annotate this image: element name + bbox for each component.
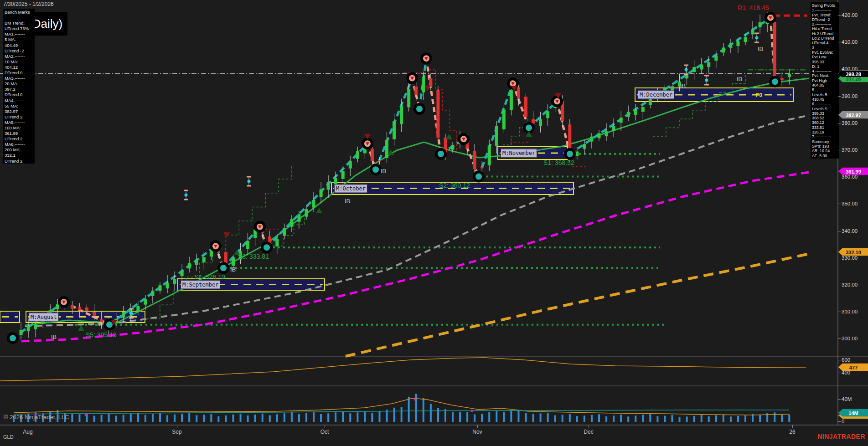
volume-bar	[335, 412, 336, 422]
candle-body	[283, 228, 286, 236]
pivot-low-circle	[770, 77, 780, 86]
volume-bar	[364, 411, 366, 422]
candle-body	[210, 251, 213, 256]
candle-body	[502, 109, 506, 129]
pivot-low-circle	[8, 333, 17, 343]
candle-body	[159, 285, 162, 291]
candle-body	[232, 257, 235, 266]
price-axis-label: 410.00	[842, 39, 858, 45]
cyan-dot-marker	[130, 312, 133, 315]
volume-bar	[649, 414, 651, 422]
bench-marks-line: DTrend 0	[5, 92, 35, 97]
pivot-low-circle	[436, 149, 445, 159]
month-box-label[interactable]: M:September	[181, 280, 220, 289]
volume-bar	[723, 415, 724, 422]
candle-body	[356, 151, 359, 159]
swing-pivots-line: Pvt High	[812, 78, 839, 83]
volume-bar	[437, 408, 439, 422]
pivot-low-circle	[415, 104, 424, 113]
volume-bar	[540, 413, 542, 422]
volume-bar	[693, 416, 695, 422]
swing-pivots-line: Pvt Low	[812, 55, 839, 59]
volume-bar	[291, 412, 293, 422]
price-tag[interactable]: 361.99	[838, 168, 868, 175]
candle-body	[422, 77, 425, 92]
volume-bar	[371, 413, 373, 422]
candle-body	[722, 47, 725, 52]
bench-marks-line: 404.49	[5, 43, 35, 48]
volume-bar	[701, 415, 703, 422]
volume-bar	[101, 415, 103, 422]
candle-body	[320, 190, 323, 197]
volume-bar	[474, 415, 475, 422]
time-axis-label: Dec	[584, 429, 593, 435]
price-axis-tick	[838, 123, 841, 123]
candle-body	[312, 200, 315, 208]
volume-bar	[108, 414, 110, 422]
bench-marks-line: UTrend 2	[5, 136, 35, 142]
volume-bar	[466, 412, 468, 422]
volume-bar	[320, 414, 322, 422]
volume-axis-tick	[838, 399, 841, 400]
candle-body	[700, 65, 703, 70]
swing-pivots-line: DTrend -2	[812, 17, 839, 22]
month-box-label[interactable]: M:August	[29, 313, 59, 321]
volume-bar	[188, 413, 190, 422]
volume-bar	[744, 415, 746, 422]
chart-canvas[interactable]: IBIBIBIBIBIBIBIBS1: 368.52S2: 360.12S3: …	[0, 0, 868, 446]
volume-bar	[576, 416, 578, 422]
price-tag[interactable]: 398.28	[838, 70, 868, 78]
swing-pivots-panel: Swing Pivots1.------------Pvt. Trend:DTr…	[811, 2, 839, 159]
price-tag[interactable]: 332.10	[838, 248, 868, 256]
candle-body	[136, 306, 140, 312]
candle-body	[385, 140, 388, 158]
candle-body	[751, 30, 754, 35]
support-level-label: S5: 305.19	[86, 331, 117, 338]
symbol-label: GLD	[3, 434, 14, 440]
time-axis-tick	[792, 425, 793, 428]
bench-marks-line: MA1.-------	[5, 31, 35, 37]
ninjatrader-chart-window: IBIBIBIBIBIBIBIBS1: 368.52S2: 360.12S3: …	[0, 0, 868, 446]
price-axis-label: 370.00	[842, 147, 858, 153]
swing-pivots-line: 3.------------	[812, 46, 839, 50]
volume-bar	[232, 415, 234, 422]
volume-bar	[584, 415, 585, 422]
up-triangle-icon	[78, 325, 84, 331]
ib-label: IB	[345, 198, 350, 205]
candle-body	[510, 90, 513, 110]
candle-body	[290, 219, 293, 227]
time-axis-tick	[325, 425, 325, 428]
bench-marks-line: 100 MA:	[5, 125, 35, 131]
candle-body	[692, 67, 696, 72]
candle-body	[400, 106, 403, 124]
swing-pivots-line: 333.81	[812, 125, 839, 130]
month-box-label[interactable]: M:December	[638, 91, 674, 99]
ninjatrader-logo: NINJATRADER	[817, 433, 865, 440]
candle-body	[495, 126, 498, 146]
swing-up-segment	[267, 144, 367, 247]
pivot-low-circle	[219, 263, 228, 272]
cyan-dot-marker	[185, 194, 188, 197]
time-axis-tick	[177, 425, 177, 428]
candle-body	[378, 160, 381, 162]
indicator-tag[interactable]: 477	[838, 364, 868, 371]
volume-bar	[759, 415, 761, 422]
price-tag[interactable]: 382.97	[838, 111, 868, 119]
volume-bar	[393, 408, 395, 422]
volume-bar	[78, 414, 80, 422]
candle-body	[246, 241, 249, 249]
volume-bar	[730, 416, 732, 422]
candle-body	[349, 161, 352, 169]
trend-staircase	[503, 118, 528, 145]
volume-tag[interactable]: 14M	[838, 409, 868, 417]
volume-bar	[203, 415, 205, 422]
candle-body	[788, 74, 791, 77]
support-level-label: S3: 333.81	[238, 253, 269, 260]
time-axis-label: Sep	[172, 429, 181, 435]
bench-marks-line: Bench Marks	[5, 10, 35, 15]
month-box-label[interactable]: M:October	[334, 184, 367, 193]
swing-pivots-line: 1.------------	[812, 8, 839, 12]
bench-marks-line: 200 MA:	[5, 147, 35, 153]
candle-body	[546, 111, 549, 118]
month-box-label[interactable]: M:November	[501, 149, 537, 158]
